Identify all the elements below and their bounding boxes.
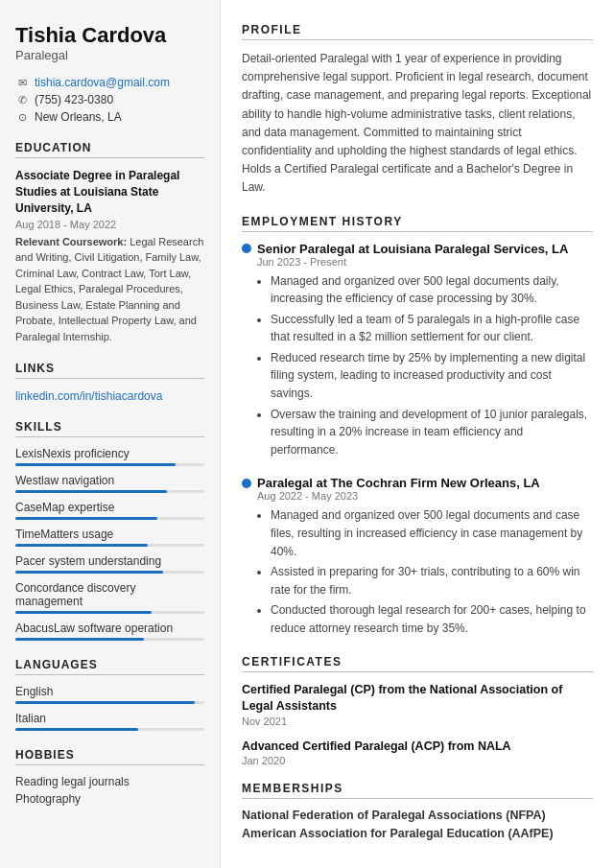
bullet-item: Assisted in preparing for 30+ trials, co… (271, 563, 593, 598)
certificate-name: Certified Paralegal (CP) from the Nation… (242, 682, 593, 716)
skill-item: TimeMatters usage (15, 528, 204, 547)
links-section-title: Links (15, 362, 204, 379)
membership-item: National Federation of Paralegal Associa… (242, 809, 593, 822)
language-label: English (15, 685, 204, 698)
bullet-item: Successfully led a team of 5 paralegals … (271, 311, 593, 346)
certificate-date: Jan 2020 (242, 755, 593, 766)
certificate-item: Certified Paralegal (CP) from the Nation… (242, 682, 593, 727)
skill-item: CaseMap expertise (15, 501, 204, 520)
skill-bar-bg (15, 463, 204, 466)
skill-bar-fill (15, 544, 148, 547)
location-icon: ⊙ (15, 111, 29, 124)
skill-bar-bg (15, 571, 204, 574)
job-date: Aug 2022 - May 2023 (257, 490, 593, 502)
linkedin-link[interactable]: linkedin.com/in/tishiacardova (15, 389, 162, 403)
hobby-item: Photography (15, 792, 204, 806)
language-label: Italian (15, 712, 204, 725)
certificates-list: Certified Paralegal (CP) from the Nation… (242, 682, 593, 767)
education-section-title: Education (15, 141, 204, 158)
skill-item: Concordance discovery management (15, 581, 204, 614)
email-link[interactable]: tishia.cardova@gmail.com (35, 76, 170, 89)
profile-text: Detail-oriented Paralegal with 1 year of… (242, 50, 593, 198)
job-title: Senior Paralegal at Louisiana Paralegal … (242, 242, 593, 256)
certificate-name: Advanced Certified Paralegal (ACP) from … (242, 739, 593, 756)
bullet-item: Conducted thorough legal research for 20… (271, 601, 593, 637)
job-item: Senior Paralegal at Louisiana Paralegal … (242, 242, 593, 459)
membership-item: American Association for Paralegal Educa… (242, 827, 593, 840)
skill-label: TimeMatters usage (15, 528, 204, 541)
education-degree: Associate Degree in Paralegal Studies at… (15, 168, 204, 216)
job-bullets: Managed and organized over 500 legal doc… (257, 506, 593, 637)
skill-item: Pacer system understanding (15, 554, 204, 574)
skill-bar-fill (15, 611, 152, 614)
education-date: Aug 2018 - May 2022 (15, 219, 204, 230)
email-icon: ✉ (15, 77, 29, 89)
hobby-item: Reading legal journals (15, 775, 204, 788)
sidebar-name: Tishia Cardova (15, 23, 204, 48)
skill-bar-bg (15, 517, 204, 520)
job-dot (242, 244, 251, 253)
skill-item: LexisNexis proficiency (15, 447, 204, 466)
skill-label: LexisNexis proficiency (15, 447, 204, 460)
profile-section: Profile Detail-oriented Paralegal with 1… (242, 23, 593, 198)
skills-section-title: Skills (15, 420, 204, 437)
language-bar-bg (15, 701, 204, 704)
skill-item: AbacusLaw software operation (15, 622, 204, 641)
main-content: Profile Detail-oriented Paralegal with 1… (221, 0, 614, 868)
memberships-section: Memberships National Federation of Paral… (242, 782, 593, 840)
language-bar-fill (15, 728, 138, 731)
contact-block: ✉ tishia.cardova@gmail.com ✆ (755) 423-0… (15, 76, 204, 124)
skill-bar-bg (15, 611, 204, 614)
job-title: Paralegal at The Cochran Firm New Orlean… (242, 476, 593, 490)
job-bullets: Managed and organized over 500 legal doc… (257, 272, 593, 459)
skill-label: Pacer system understanding (15, 554, 204, 568)
skill-bar-bg (15, 544, 204, 547)
certificates-section: Certificates Certified Paralegal (CP) fr… (242, 655, 593, 767)
resume-container: Tishia Cardova Paralegal ✉ tishia.cardov… (0, 0, 614, 868)
skill-bar-fill (15, 571, 163, 574)
languages-list: English Italian (15, 685, 204, 731)
skill-label: Westlaw navigation (15, 474, 204, 487)
language-item: Italian (15, 712, 204, 731)
skill-bar-bg (15, 638, 204, 641)
bullet-item: Managed and organized over 500 legal doc… (271, 272, 593, 308)
job-date: Jun 2023 - Present (257, 256, 593, 268)
contact-email: ✉ tishia.cardova@gmail.com (15, 76, 204, 89)
coursework-text: Legal Research and Writing, Civil Litiga… (15, 236, 203, 342)
memberships-section-title: Memberships (242, 782, 593, 799)
employment-section: Employment History Senior Paralegal at L… (242, 215, 593, 638)
education-coursework: Relevant Coursework: Legal Research and … (15, 234, 204, 345)
language-bar-bg (15, 728, 204, 731)
skill-label: Concordance discovery management (15, 581, 204, 608)
contact-phone: ✆ (755) 423-0380 (15, 93, 204, 106)
hobbies-list: Reading legal journalsPhotography (15, 775, 204, 806)
bullet-item: Reduced research time by 25% by implemen… (271, 349, 593, 403)
language-item: English (15, 685, 204, 704)
job-dot (242, 479, 251, 488)
language-bar-fill (15, 701, 195, 704)
contact-location: ⊙ New Orleans, LA (15, 110, 204, 124)
linkedin-link-item: linkedin.com/in/tishiacardova (15, 388, 204, 403)
hobbies-section-title: Hobbies (15, 748, 204, 765)
profile-section-title: Profile (242, 23, 593, 40)
bullet-item: Managed and organized over 500 legal doc… (271, 506, 593, 560)
sidebar-title: Paralegal (15, 48, 204, 62)
certificates-section-title: Certificates (242, 655, 593, 672)
employment-section-title: Employment History (242, 215, 593, 232)
bullet-item: Oversaw the training and development of … (271, 406, 593, 459)
coursework-label: Relevant Coursework: (15, 236, 127, 247)
sidebar: Tishia Cardova Paralegal ✉ tishia.cardov… (0, 0, 221, 868)
languages-section-title: Languages (15, 658, 204, 675)
job-item: Paralegal at The Cochran Firm New Orlean… (242, 476, 593, 637)
skills-list: LexisNexis proficiency Westlaw navigatio… (15, 447, 204, 641)
skill-item: Westlaw navigation (15, 474, 204, 493)
certificate-item: Advanced Certified Paralegal (ACP) from … (242, 739, 593, 767)
skill-bar-fill (15, 490, 167, 493)
certificate-date: Nov 2021 (242, 716, 593, 727)
phone-icon: ✆ (15, 94, 29, 106)
skill-label: AbacusLaw software operation (15, 622, 204, 635)
jobs-list: Senior Paralegal at Louisiana Paralegal … (242, 242, 593, 638)
memberships-list: National Federation of Paralegal Associa… (242, 809, 593, 840)
skill-bar-bg (15, 490, 204, 493)
skill-label: CaseMap expertise (15, 501, 204, 514)
